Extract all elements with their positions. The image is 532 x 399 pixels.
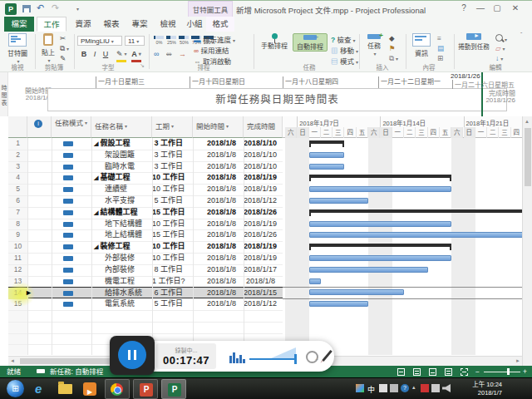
tab-project[interactable]: 專案 [126, 17, 153, 32]
insert-summary-icon[interactable]: ⚑ [389, 44, 396, 52]
font-family-combo[interactable]: PMingLiU [77, 36, 122, 46]
duration-cell[interactable]: 5 工作日 [152, 195, 193, 207]
finish-date-cell[interactable]: 2018/1/19 [244, 241, 283, 253]
timeline-pane[interactable]: 一月十日星期三一月十四日星期日一月十八日星期四一月二十二日星期一 開始時間 20… [8, 72, 532, 117]
task-name-cell[interactable]: 機電工程 [91, 276, 152, 288]
expand-triangle-icon[interactable]: ◢ [94, 209, 98, 215]
column-separator[interactable] [244, 138, 244, 355]
finish-date-cell[interactable]: 2018/1/8 [244, 276, 283, 288]
duration-cell[interactable]: 15 工作日 [152, 207, 193, 219]
start-date-cell[interactable]: 2018/1/8 [193, 264, 244, 276]
column-separator[interactable] [193, 138, 194, 355]
finish-date-cell[interactable]: 2018/1/19 [244, 184, 283, 195]
day-header-cell[interactable]: 一 [392, 127, 404, 138]
find-icon[interactable] [495, 34, 507, 43]
internet-explorer-icon[interactable]: e [35, 382, 42, 396]
duration-cell[interactable]: 8 工作日 [152, 264, 193, 276]
start-date-cell[interactable]: 2018/1/8 [193, 219, 244, 230]
task-name-cell[interactable]: 臨時水電 [91, 161, 152, 173]
duration-cell[interactable]: 10 工作日 [152, 253, 193, 264]
auto-schedule-button[interactable]: → 自動排程 [293, 33, 328, 52]
zoom-slider-thumb[interactable] [507, 368, 510, 375]
finish-date-cell[interactable]: 2018/1/15 [244, 288, 283, 299]
start-button[interactable]: ⊞ [7, 380, 24, 397]
day-header-cell[interactable]: 日 [380, 127, 392, 138]
day-header-cell[interactable]: 五 [357, 127, 368, 138]
tab-resource[interactable]: 資源 [70, 17, 96, 32]
gantt-chart-view-button[interactable]: 甘特圖 [3, 33, 32, 65]
italic-button[interactable]: I [90, 49, 100, 60]
help-button[interactable]: ? [456, 3, 471, 12]
volume-slider-track[interactable] [249, 358, 296, 360]
underline-button[interactable]: U [101, 49, 111, 60]
status-new-tasks-mode[interactable]: 新任務: 自動排程 [50, 366, 103, 377]
finish-date-cell[interactable]: 2018/1/19 [244, 219, 283, 230]
duration-cell[interactable]: 10 工作日 [152, 172, 193, 184]
header-duration[interactable]: 工期 [152, 116, 193, 138]
table-row[interactable]: 5連續壁10 工作日2018/1/82018/1/19 [8, 184, 283, 195]
qat-dropdown-icon[interactable]: ▾ [76, 6, 79, 12]
task-name-cell[interactable]: 電氣系統 [91, 298, 152, 310]
view-shortcut-sheet-icon[interactable] [445, 368, 452, 376]
task-bar[interactable] [309, 186, 452, 192]
undo-icon[interactable]: ↶ [37, 2, 44, 13]
start-date-cell[interactable]: 2018/1/8 [193, 229, 244, 241]
day-header-cell[interactable]: 四 [345, 127, 357, 138]
timeline-placeholder[interactable]: 新增任務與日期至時間表 [47, 88, 507, 111]
table-row[interactable]: 8地下結構體10 工作日2018/1/82018/1/19 [8, 219, 283, 230]
vertical-scroll-thumb[interactable] [525, 128, 531, 186]
progress-0%-button[interactable]: 0% [153, 34, 165, 47]
duration-cell[interactable]: 10 工作日 [152, 184, 193, 195]
expand-triangle-icon[interactable]: ◢ [94, 140, 98, 146]
tray-help-icon[interactable]: ? [401, 384, 409, 392]
font-color-button[interactable]: A [131, 49, 141, 62]
task-name-cell[interactable]: ◢假設工程 [91, 138, 152, 150]
day-header-cell[interactable]: 一 [475, 127, 487, 138]
duration-cell[interactable]: 10 工作日 [152, 241, 193, 253]
table-row[interactable]: 14給排水系統6 工作日2018/1/82018/1/15 [8, 287, 283, 298]
tray-action-center-icon[interactable] [421, 384, 429, 392]
finish-date-cell[interactable]: 2018/1/19 [244, 172, 283, 184]
media-player-icon[interactable]: ▶ [83, 382, 96, 396]
task-name-cell[interactable]: 地上結構體 [91, 229, 152, 241]
volume-slider-thumb[interactable] [294, 354, 297, 364]
gantt-chart-pane[interactable]: 2018年1月7日2018年1月14日2018年1月21日六日一二三四五六日一二… [283, 116, 522, 366]
pause-button[interactable] [118, 341, 146, 369]
tray-show-hidden-icon[interactable]: ▴ [412, 384, 416, 391]
task-bar[interactable] [309, 301, 369, 307]
duration-cell[interactable]: 6 工作日 [152, 288, 193, 299]
duration-cell[interactable]: 15 工作日 [152, 229, 193, 241]
day-header-cell[interactable]: 五 [440, 127, 451, 138]
table-row[interactable]: 15電氣系統5 工作日2018/1/82018/1/12 [8, 298, 283, 310]
manually-schedule-button[interactable]: 手動排程 [259, 33, 290, 50]
progress-25%-button[interactable]: 25% [165, 34, 178, 47]
task-notes-icon[interactable]: ≡ [437, 34, 441, 42]
duration-cell[interactable]: 1 工作日? [152, 276, 193, 288]
header-info[interactable]: i [27, 116, 52, 138]
powerpoint-taskbar-button[interactable]: P [133, 379, 158, 399]
timeline-pane-tab[interactable]: 時間表 [0, 72, 8, 116]
day-header-cell[interactable]: 二 [404, 127, 416, 138]
finish-date-cell[interactable]: 2018/1/17 [244, 264, 283, 276]
font-dialog-launcher-icon[interactable]: ↘ [140, 62, 145, 69]
tray-clock[interactable]: 上午 10:24 2018/1/7 [452, 381, 502, 397]
task-name-cell[interactable]: 地下結構體 [91, 219, 152, 230]
task-bar[interactable] [309, 221, 452, 227]
format-painter-icon[interactable]: ✎ [60, 54, 66, 62]
insert-task-button[interactable]: + 任務 [362, 33, 386, 57]
save-icon[interactable] [22, 5, 31, 12]
project-taskbar-button-active[interactable]: P [161, 379, 186, 399]
task-name-cell[interactable]: 架設圍籬 [91, 150, 152, 161]
finish-date-cell[interactable]: 2018/1/26 [244, 229, 283, 241]
header-row-number[interactable] [8, 116, 27, 138]
start-date-cell[interactable]: 2018/1/8 [193, 195, 244, 207]
webcam-toggle-icon[interactable] [306, 351, 318, 363]
header-finish[interactable]: 完成時間 [244, 116, 283, 138]
summary-bar[interactable] [309, 209, 522, 216]
start-date-cell[interactable]: 2018/1/8 [193, 253, 244, 264]
copy-icon[interactable]: ⧉ [60, 44, 69, 53]
summary-bar[interactable] [309, 140, 345, 147]
tab-task-active[interactable]: 工作 [37, 17, 66, 32]
task-information-button[interactable]: 資訊 [409, 33, 434, 57]
finish-date-cell[interactable]: 2018/1/26 [244, 207, 283, 219]
